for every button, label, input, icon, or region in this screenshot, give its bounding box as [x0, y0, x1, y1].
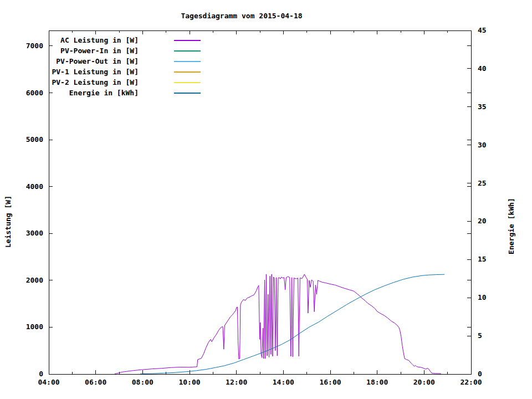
legend-item-energie-in-kwh: Energie in [kWh]: [0, 88, 139, 98]
legend-label: AC Leistung in [W]: [60, 36, 139, 44]
y-axis-left-tick-label: 0: [39, 370, 43, 378]
legend-line-swatch: [174, 82, 201, 83]
x-axis-tick-label: 06:00: [85, 378, 106, 387]
x-axis-tick-label: 22:00: [460, 378, 482, 387]
x-axis-tick-label: 14:00: [273, 378, 294, 387]
legend-label: PV-Power-In in [W]: [60, 47, 139, 55]
y-axis-right-tick-label: 45: [478, 26, 487, 35]
x-axis-tick-label: 12:00: [226, 378, 247, 387]
y-axis-left-tick-label: 4000: [26, 182, 43, 191]
legend-item-pv-2-leistung-in-w: PV-2 Leistung in [W]: [0, 78, 139, 88]
legend-label: PV-Power-Out in [W]: [56, 57, 139, 65]
legend-line-swatch: [174, 50, 201, 52]
x-axis-tick-label: 04:00: [38, 378, 59, 387]
series-ac-leistung-in-w-line: [115, 274, 441, 374]
x-axis-tick-label: 10:00: [178, 378, 200, 387]
y-axis-right-tick-label: 30: [478, 141, 487, 150]
chart-page: Tagesdiagramm vom 2015-04-18 Leistung [W…: [0, 0, 532, 399]
y-axis-right-tick-label: 20: [478, 217, 487, 226]
legend-line-swatch: [174, 40, 201, 41]
y-axis-right-tick-label: 0: [478, 370, 482, 378]
legend-label: PV-2 Leistung in [W]: [52, 78, 139, 86]
y-axis-right-tick-label: 10: [478, 293, 487, 302]
y-axis-right-tick-label: 15: [478, 255, 487, 264]
y-axis-left-tick-label: 3000: [26, 229, 43, 238]
y-axis-left-tick-label: 2000: [26, 276, 43, 285]
legend-item-pv-power-out-in-w: PV-Power-Out in [W]: [0, 57, 139, 66]
y-axis-right-tick-label: 5: [478, 331, 482, 340]
y-axis-left-tick-label: 5000: [26, 135, 43, 144]
y-axis-left-tick-label: 1000: [26, 323, 43, 331]
x-axis-tick-label: 08:00: [132, 378, 154, 387]
legend-line-swatch: [174, 61, 201, 62]
y-axis-right-tick-label: 40: [478, 64, 487, 73]
legend-item-ac-leistung-in-w: AC Leistung in [W]: [0, 35, 139, 45]
legend-item-pv-1-leistung-in-w: PV-1 Leistung in [W]: [0, 67, 139, 77]
x-axis-tick-label: 16:00: [319, 378, 341, 387]
x-axis-tick-label: 18:00: [366, 378, 388, 387]
legend-line-swatch: [174, 71, 201, 73]
legend-item-pv-power-in-in-w: PV-Power-In in [W]: [0, 46, 139, 56]
legend-label: PV-1 Leistung in [W]: [52, 68, 139, 76]
legend-line-swatch: [174, 93, 201, 94]
y-axis-right-tick-label: 35: [478, 103, 487, 111]
legend-label: Energie in [kWh]: [69, 89, 139, 97]
y-axis-right-tick-label: 25: [478, 179, 487, 188]
x-axis-tick-label: 20:00: [413, 378, 435, 387]
